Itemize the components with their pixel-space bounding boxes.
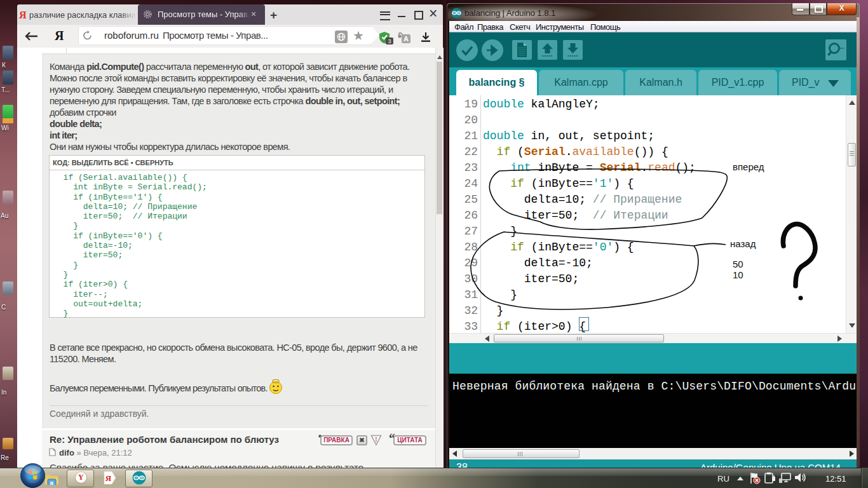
svg-text:Я: Я [105,473,112,483]
svg-text:3: 3 [388,38,391,44]
svg-text:A: A [403,35,409,43]
svg-text:!: ! [375,436,377,443]
